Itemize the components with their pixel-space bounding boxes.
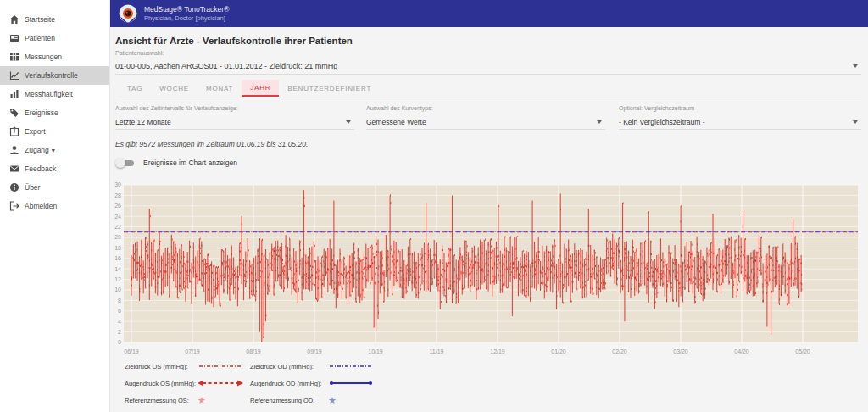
svg-text:20: 20 (114, 234, 121, 240)
sidebar-item-feedback[interactable]: Feedback (0, 159, 109, 178)
sidebar-item-label: Startseite (25, 15, 55, 24)
sidebar-item-startseite[interactable]: Startseite (0, 10, 109, 29)
blue-dashdot-line-swatch (328, 362, 376, 370)
logged-in-user: Physician, Doctor [physician] (144, 14, 229, 22)
dropdown-caret-icon (853, 120, 858, 124)
time-interval-label: Auswahl des Zeitintervalls für Verlaufsa… (115, 105, 354, 111)
svg-text:09/19: 09/19 (307, 348, 322, 354)
svg-text:14: 14 (114, 266, 121, 272)
sidebar-item-label: Messungen (25, 53, 62, 61)
page-title: Ansicht für Ärzte - Verlaufskontrolle ih… (115, 36, 353, 46)
comparison-period-filter: Optional: Vergleichszeitraum - Kein Verg… (619, 105, 861, 130)
svg-text:05/20: 05/20 (795, 348, 810, 354)
svg-text:6: 6 (118, 308, 121, 314)
trend-chart-icon (8, 70, 19, 81)
patient-select-label: Patientenauswahl: (115, 50, 164, 56)
svg-text:11/19: 11/19 (430, 348, 444, 354)
home-icon (8, 14, 19, 25)
sidebar-item-label: Feedback (25, 164, 56, 173)
patient-select-value: 01-00-005, Aachen ARGOS01 - 01.01.2012 -… (115, 62, 337, 70)
svg-text:08/19: 08/19 (246, 348, 261, 354)
blue-star-icon: ★ (328, 396, 376, 405)
events-toggle[interactable] (115, 158, 136, 168)
sidebar-item-label: Über (25, 183, 40, 192)
sidebar-item-zugang[interactable]: Zugang ▾ (0, 141, 109, 159)
time-interval-value: Letzte 12 Monate (115, 118, 171, 126)
logout-icon (8, 201, 19, 211)
chart-legend: Zieldruck OS (mmHg): Zieldruck OD (mmHg)… (125, 358, 376, 409)
envelope-icon (8, 164, 19, 174)
svg-text:03/20: 03/20 (673, 348, 688, 354)
sidebar-item-export[interactable]: Export (0, 122, 109, 141)
dropdown-caret-icon (853, 64, 858, 68)
comparison-period-label: Optional: Vergleichszeitraum (619, 105, 861, 111)
tags-icon (8, 108, 19, 118)
sidebar-item-messhaeufigkeit[interactable]: Messhäufigkeit (0, 85, 109, 103)
svg-text:22: 22 (114, 224, 121, 230)
svg-text:30: 30 (114, 181, 121, 187)
app-logo-eye-icon (119, 4, 137, 23)
dropdown-caret-icon (597, 120, 602, 124)
events-toggle-row: Ereignisse im Chart anzeigen (115, 158, 237, 168)
svg-text:12/19: 12/19 (490, 348, 505, 354)
svg-text:16: 16 (114, 255, 121, 261)
sidebar-item-ueber[interactable]: Über (0, 178, 109, 197)
red-dashed-arrow-line-swatch (198, 379, 245, 387)
interval-tabs: TAG WOCHE MONAT JAHR BENUTZERDEFINIERT (119, 80, 861, 97)
curve-type-filter: Auswahl des Kurventyps: Gemessene Werte (366, 105, 605, 130)
svg-text:10: 10 (114, 287, 121, 292)
svg-text:8: 8 (118, 298, 121, 303)
sidebar-item-messungen[interactable]: Messungen (0, 47, 109, 66)
svg-text:26: 26 (114, 203, 121, 209)
svg-text:12: 12 (114, 276, 121, 282)
sidebar-item-label: Zugang (25, 146, 49, 154)
app-title: MedStage® TonoTracker® (144, 5, 229, 14)
patients-icon (8, 33, 19, 43)
legend-label: Augendruck OD (mmHg): (250, 380, 323, 387)
svg-text:2: 2 (118, 329, 121, 335)
legend-label: Referenzmessung OD: (250, 397, 323, 404)
svg-text:0: 0 (118, 339, 121, 345)
red-dashdot-line-swatch (198, 362, 245, 370)
svg-text:07/19: 07/19 (185, 348, 200, 354)
tab-jahr[interactable]: JAHR (242, 80, 279, 97)
sidebar-item-label: Patienten (25, 34, 55, 42)
svg-text:04/20: 04/20 (734, 348, 749, 354)
sidebar-item-label: Messhäufigkeit (25, 90, 73, 98)
tab-monat[interactable]: MONAT (198, 80, 242, 97)
tab-tag[interactable]: TAG (119, 80, 151, 97)
curve-type-label: Auswahl des Kurventyps: (366, 105, 605, 111)
sidebar-item-patienten[interactable]: Patienten (0, 29, 109, 47)
time-interval-select[interactable]: Letzte 12 Monate (115, 115, 354, 130)
app-header: MedStage® TonoTracker® Physician, Doctor… (110, 0, 868, 27)
svg-text:06/19: 06/19 (124, 348, 139, 354)
toggle-thumb (115, 158, 125, 168)
blue-solid-dot-line-swatch (328, 379, 376, 387)
sidebar-item-label: Export (25, 127, 46, 136)
dropdown-caret-icon (346, 120, 351, 124)
iop-chart-container: 02468101214161820222426283006/1907/1908/… (110, 178, 868, 381)
legend-label: Augendruck OS (mmHg): (125, 380, 192, 387)
svg-text:02/20: 02/20 (612, 348, 627, 354)
red-star-icon: ★ (198, 396, 245, 405)
legend-label: Referenzmessung OS: (125, 397, 192, 404)
curve-type-value: Gemessene Werte (366, 118, 426, 126)
main-content: Ansicht für Ärzte - Verlaufskontrolle ih… (110, 27, 868, 412)
measurements-table-icon (8, 52, 19, 62)
svg-text:24: 24 (114, 214, 121, 220)
tab-benutzerdefiniert[interactable]: BENUTZERDEFINIERT (279, 80, 380, 97)
svg-text:01/20: 01/20 (551, 348, 566, 354)
iop-chart: 02468101214161820222426283006/1907/1908/… (110, 178, 868, 381)
svg-text:18: 18 (114, 245, 121, 251)
comparison-period-select[interactable]: - Kein Vergleichszeitraum - (619, 115, 861, 130)
tab-woche[interactable]: WOCHE (151, 80, 198, 97)
sidebar-item-verlaufskontrolle[interactable]: Verlaufskontrolle (0, 66, 109, 85)
svg-text:28: 28 (114, 192, 121, 198)
sidebar-item-label: Verlaufskontrolle (25, 71, 78, 80)
legend-label: Zieldruck OD (mmHg): (250, 363, 323, 370)
curve-type-select[interactable]: Gemessene Werte (366, 115, 605, 130)
export-icon (8, 126, 19, 136)
sidebar-item-abmelden[interactable]: Abmelden (0, 197, 109, 215)
sidebar-item-ereignisse[interactable]: Ereignisse (0, 103, 109, 122)
patient-select[interactable]: 01-00-005, Aachen ARGOS01 - 01.01.2012 -… (115, 58, 861, 75)
